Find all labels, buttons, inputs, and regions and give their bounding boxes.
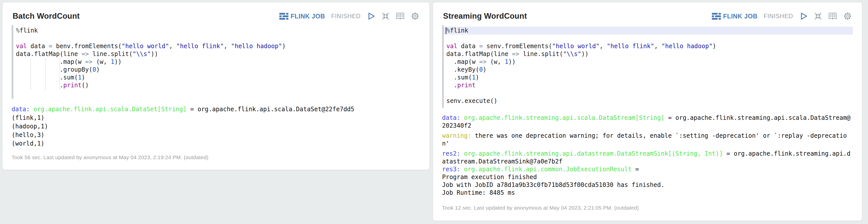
flink-job-label: FLINK JOB (723, 12, 757, 20)
collapse-icon (814, 12, 822, 20)
gear-icon (411, 12, 420, 21)
code-line[interactable]: .map(w => (w, 1)) (13, 58, 421, 66)
zeppelin-notebook-canvas: Batch WordCount FLINK JOB FINISHED (0, 0, 868, 224)
code-line[interactable] (444, 35, 853, 42)
output-line: (flink,1) (11, 114, 421, 122)
paragraph-footer: Took 56 sec. Last updated by anonymous a… (11, 154, 421, 160)
code-line[interactable] (13, 35, 421, 42)
book-icon (828, 12, 837, 20)
paragraph-status-badge: FINISHED (764, 12, 793, 20)
flink-job-link[interactable]: FLINK JOB (279, 12, 325, 20)
output-line: data: org.apache.flink.api.scala.DataSet… (11, 105, 421, 114)
book-icon (396, 12, 405, 20)
output-line: (hello,3) (11, 131, 421, 139)
output-line: res2: org.apache.flink.streaming.api.dat… (442, 150, 853, 165)
paragraph-output: data: org.apache.flink.streaming.api.sca… (442, 114, 853, 197)
code-line[interactable]: %flink (13, 27, 421, 35)
code-line[interactable] (444, 89, 853, 97)
code-line[interactable]: .keyBy(0) (444, 66, 853, 74)
output-line: res3: org.apache.flink.api.common.JobExe… (442, 165, 853, 173)
text-cursor (445, 27, 446, 34)
code-editor[interactable]: %flink val data = senv.fromElements("hel… (442, 25, 853, 108)
paragraph-streaming-wordcount: Streaming WordCount FLINK JOB FINISHED (433, 2, 862, 221)
code-line[interactable]: data.flatMap(line => line.split("\\s")) (13, 50, 421, 58)
collapse-output-button[interactable] (814, 12, 822, 20)
output-line: Job with JobID a78d1a9b33c0fb71b8d53f00c… (442, 181, 853, 189)
output-line: Program execution finished (442, 173, 853, 181)
paragraph-title: Batch WordCount (12, 11, 80, 21)
play-icon (800, 12, 808, 20)
flink-job-icon (712, 12, 721, 20)
play-icon (368, 12, 375, 20)
run-paragraph-button[interactable] (800, 12, 808, 20)
output-line: (hadoop,1) (11, 122, 421, 131)
show-editor-button[interactable] (396, 12, 405, 20)
paragraph-header: Batch WordCount FLINK JOB FINISHED (12, 11, 420, 21)
code-line[interactable]: data.flatMap(line => line.split("\\s")) (444, 50, 853, 58)
show-editor-button[interactable] (828, 12, 837, 20)
code-line[interactable]: .groupBy(0) (13, 66, 421, 74)
code-line[interactable]: .print() (13, 82, 421, 89)
output-line: (world,1) (11, 139, 421, 148)
paragraph-batch-wordcount: Batch WordCount FLINK JOB FINISHED (2, 2, 430, 170)
code-line[interactable]: val data = senv.fromElements("hello worl… (444, 42, 853, 50)
output-line: warning: there was one deprecation warni… (442, 132, 853, 148)
output-line: data: org.apache.flink.streaming.api.sca… (442, 114, 853, 130)
flink-job-label: FLINK JOB (291, 12, 325, 20)
output-line: Job Runtime: 8485 ms (442, 189, 853, 197)
paragraph-controls: FLINK JOB FINISHED (279, 12, 420, 21)
run-paragraph-button[interactable] (368, 12, 375, 20)
flink-job-link[interactable]: FLINK JOB (712, 12, 757, 20)
code-line[interactable]: .sum(1) (444, 74, 853, 82)
collapse-icon (381, 12, 390, 20)
paragraph-header: Streaming WordCount FLINK JOB FINISHED (443, 11, 852, 21)
gear-icon (843, 12, 852, 21)
flink-job-icon (279, 12, 288, 20)
code-line[interactable]: val data = benv.fromElements("hello worl… (13, 42, 421, 50)
paragraph-title: Streaming WordCount (443, 11, 527, 21)
paragraph-output: data: org.apache.flink.api.scala.DataSet… (11, 105, 421, 148)
paragraph-controls: FLINK JOB FINISHED (712, 12, 852, 21)
code-line[interactable]: senv.execute() (444, 97, 853, 105)
paragraph-footer: Took 12 sec. Last updated by anonymous a… (442, 205, 853, 211)
paragraph-settings-button[interactable] (411, 12, 420, 21)
paragraph-settings-button[interactable] (843, 12, 852, 21)
code-line[interactable]: .sum(1) (13, 74, 421, 82)
code-line[interactable]: .print (444, 82, 853, 89)
code-line[interactable]: .map(w => (w, 1)) (444, 58, 853, 66)
collapse-output-button[interactable] (381, 12, 390, 20)
code-line[interactable]: %flink (444, 27, 853, 35)
paragraph-status-badge: FINISHED (331, 12, 361, 20)
code-editor[interactable]: %flink val data = benv.fromElements("hel… (11, 25, 421, 99)
